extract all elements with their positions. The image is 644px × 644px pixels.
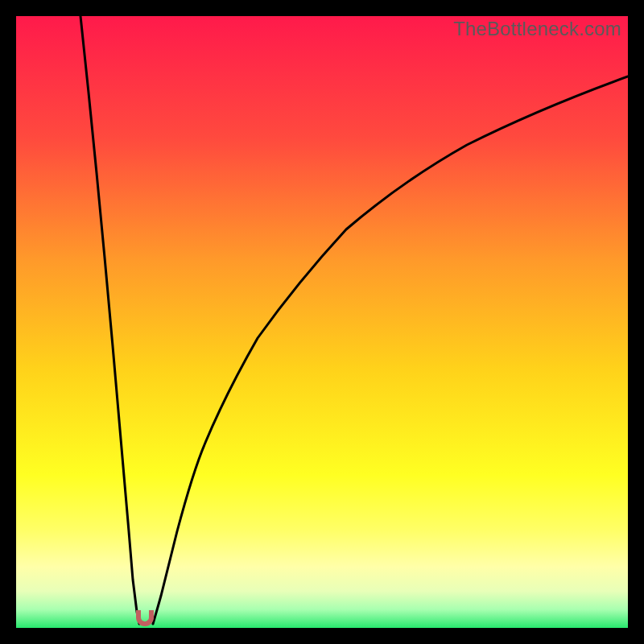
chart-frame: TheBottleneck.com bbox=[0, 0, 644, 644]
watermark-text: TheBottleneck.com bbox=[453, 18, 621, 40]
plot-area: TheBottleneck.com bbox=[16, 16, 628, 628]
bottleneck-curve bbox=[16, 16, 628, 628]
